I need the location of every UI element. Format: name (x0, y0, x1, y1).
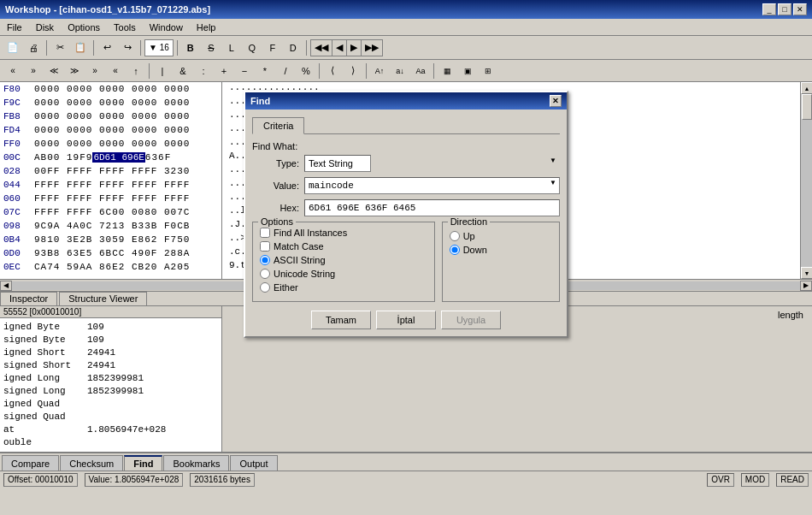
t2-extra-btn[interactable]: ▦ (438, 62, 456, 80)
lower-data-row: igned Byte109 (3, 320, 218, 333)
t2-upper-btn[interactable]: A↑ (370, 62, 389, 80)
lower-data-row: igned Short24941 (3, 346, 218, 358)
uygula-button[interactable]: Uygula (441, 311, 501, 329)
either-label: Either (274, 282, 298, 293)
t2-btn-7[interactable]: ↑ (127, 62, 145, 80)
nav-prev-prev[interactable]: ◀◀ (311, 40, 332, 56)
menu-tools[interactable]: Tools (110, 21, 139, 33)
t2-sub-btn[interactable]: − (235, 62, 254, 80)
structure-viewer-tab[interactable]: Structure Viewer (59, 292, 147, 305)
t2-and-btn[interactable]: & (174, 62, 192, 80)
t2-btn-6[interactable]: « (106, 62, 125, 80)
status-bar: Offset: 00010010 Value: 1.8056947e+028 2… (0, 471, 812, 488)
ascii-radio[interactable] (260, 255, 270, 265)
t2-btn-1[interactable]: « (3, 62, 22, 80)
find-what-section: Find What: Type: Text String Hex String … (252, 141, 560, 216)
t2-lt-btn[interactable]: ⟨ (323, 62, 342, 80)
bold-button[interactable]: B (181, 38, 200, 57)
dialog-title-text: Find (250, 96, 270, 106)
t2-div-btn[interactable]: / (276, 62, 295, 80)
f-button[interactable]: F (263, 38, 282, 57)
scroll-left-button[interactable]: ◀ (0, 281, 12, 291)
lower-data-row: at1.8056947e+028 (3, 423, 218, 435)
print-button[interactable]: 🖨 (24, 38, 43, 57)
lower-data-row: igned Long1852399981 (3, 371, 218, 384)
dialog-sections: Options Find All Instances Match Case (252, 222, 560, 302)
hex-input[interactable] (304, 199, 560, 216)
maximize-button[interactable]: □ (778, 3, 791, 15)
value-group: Value: (252, 177, 560, 194)
t2-lower-btn[interactable]: a↓ (391, 62, 409, 80)
lower-data-row: signed Long1852399981 (3, 384, 218, 397)
nav-next-next[interactable]: ▶▶ (362, 40, 382, 56)
type-select[interactable]: Text String Hex String Integer Float (304, 155, 371, 172)
title-bar-controls: _ □ ✕ (762, 3, 807, 15)
cut-button[interactable]: ✂ (50, 38, 69, 57)
value-input[interactable] (304, 177, 560, 194)
up-label: Up (463, 231, 475, 241)
checksum-tab[interactable]: Checksum (60, 455, 123, 471)
t2-case-btn[interactable]: Aa (411, 62, 430, 80)
menu-window[interactable]: Window (146, 21, 186, 33)
find-all-checkbox[interactable] (260, 228, 270, 238)
t2-mod-btn[interactable]: % (297, 62, 315, 80)
new-button[interactable]: 📄 (3, 38, 22, 57)
address-display: 55552 [0x00010010] (0, 306, 221, 318)
tamam-button[interactable]: Tamam (311, 311, 371, 329)
undo-button[interactable]: ↩ (97, 38, 116, 57)
find-tab[interactable]: Find (124, 455, 162, 471)
t2-extra3-btn[interactable]: ⊞ (479, 62, 497, 80)
t2-or-btn[interactable]: | (153, 62, 172, 80)
q-button[interactable]: Q (243, 38, 262, 57)
up-radio-item: Up (450, 231, 552, 241)
either-radio[interactable] (260, 282, 270, 293)
separator-3 (140, 40, 141, 56)
paste-button[interactable]: 📋 (71, 38, 90, 57)
menu-help[interactable]: Help (193, 21, 220, 33)
list-button[interactable]: L (222, 38, 241, 57)
t2-extra2-btn[interactable]: ▣ (458, 62, 477, 80)
find-dialog: Find ✕ Criteria Find What: Type: (244, 91, 568, 338)
menu-file[interactable]: File (3, 21, 26, 33)
minimize-button[interactable]: _ (762, 3, 776, 15)
d-button[interactable]: D (284, 38, 303, 57)
menu-options[interactable]: Options (64, 21, 103, 33)
criteria-tab[interactable]: Criteria (252, 117, 304, 134)
up-radio[interactable] (450, 231, 460, 241)
scroll-right-button[interactable]: ▶ (800, 281, 812, 291)
nav-next[interactable]: ▶ (347, 40, 362, 56)
menu-disk[interactable]: Disk (32, 21, 57, 33)
t2-btn-4[interactable]: ≫ (65, 62, 84, 80)
value-status: Value: 1.8056947e+028 (85, 473, 184, 487)
t2-gt-btn[interactable]: ⟩ (344, 62, 362, 80)
t2-add-btn[interactable]: + (215, 62, 233, 80)
unicode-label: Unicode String (274, 269, 335, 279)
t2-sep-2 (319, 63, 320, 79)
iptal-button[interactable]: İptal (376, 311, 436, 329)
t2-mul-btn[interactable]: * (256, 62, 274, 80)
dialog-body: Criteria Find What: Type: Text String He… (245, 110, 567, 336)
bookmarks-tab[interactable]: Bookmarks (163, 455, 229, 471)
output-tab[interactable]: Output (230, 455, 277, 471)
redo-button[interactable]: ↪ (118, 38, 137, 57)
mod-status: MOD (741, 473, 769, 487)
format-selector[interactable]: ▼ 16 (144, 39, 174, 56)
inspector-tab[interactable]: Inspector (0, 292, 57, 305)
t2-btn-2[interactable]: » (24, 62, 43, 80)
t2-colon-btn[interactable]: : (194, 62, 213, 80)
t2-btn-5[interactable]: » (85, 62, 104, 80)
toolbar-2: « » ≪ ≫ » « ↑ | & : + − * / % ⟨ ⟩ A↑ a↓ … (0, 60, 812, 82)
t2-btn-3[interactable]: ≪ (44, 62, 63, 80)
close-button[interactable]: ✕ (793, 3, 807, 15)
dialog-close-button[interactable]: ✕ (550, 95, 562, 107)
down-radio[interactable] (450, 245, 460, 255)
unicode-radio[interactable] (260, 269, 270, 279)
match-case-checkbox[interactable] (260, 241, 270, 252)
compare-tab[interactable]: Compare (2, 455, 59, 471)
separator-4 (177, 40, 178, 56)
strike-button[interactable]: S (202, 38, 221, 57)
type-group: Type: Text String Hex String Integer Flo… (252, 155, 560, 172)
nav-prev[interactable]: ◀ (332, 40, 347, 56)
either-radio-item: Either (260, 282, 427, 293)
separator-1 (46, 40, 47, 56)
